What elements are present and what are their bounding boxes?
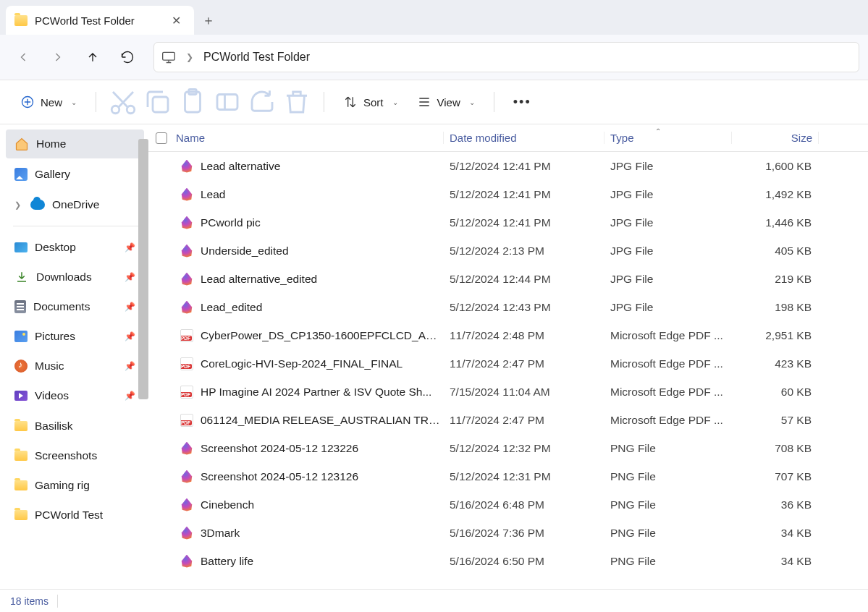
file-type: Microsoft Edge PDF ... (604, 357, 732, 370)
sidebar-item-onedrive[interactable]: ❯ OneDrive (6, 190, 144, 219)
up-button[interactable] (78, 43, 107, 72)
file-date: 5/12/2024 12:32 PM (444, 442, 604, 455)
sidebar-scrollbar[interactable] (138, 139, 148, 399)
pin-icon[interactable]: 📌 (125, 361, 135, 371)
file-size: 34 KB (732, 527, 814, 540)
pin-icon[interactable]: 📌 (125, 272, 135, 282)
paste-button[interactable] (177, 88, 208, 116)
pin-icon[interactable]: 📌 (125, 242, 135, 252)
pin-icon[interactable]: 📌 (125, 391, 135, 401)
sidebar-item-label: Basilisk (35, 420, 73, 433)
file-row[interactable]: Screenshot 2024-05-12 123226 5/12/2024 1… (148, 434, 868, 462)
file-row[interactable]: Screenshot 2024-05-12 123126 5/12/2024 1… (148, 462, 868, 490)
file-row[interactable]: 061124_MEDIA RELEASE_AUSTRALIAN TRAC... … (148, 406, 868, 434)
refresh-button[interactable] (113, 43, 142, 72)
chevron-down-icon: ⌄ (392, 98, 398, 106)
chevron-down-icon: ⌄ (71, 98, 77, 106)
sidebar-item-videos[interactable]: Videos 📌 (6, 381, 144, 410)
sidebar-item-downloads[interactable]: Downloads 📌 (6, 263, 144, 292)
cut-button[interactable] (108, 88, 138, 116)
svg-rect-4 (153, 97, 168, 112)
share-button[interactable] (247, 88, 277, 116)
separator (57, 595, 58, 608)
back-button[interactable] (9, 43, 38, 72)
breadcrumb-location[interactable]: PCWorld Test Folder (203, 51, 310, 64)
close-tab-button[interactable]: ✕ (167, 12, 185, 29)
forward-button[interactable] (43, 43, 72, 72)
view-button[interactable]: View ⌄ (410, 88, 482, 116)
rename-button[interactable] (212, 88, 243, 116)
file-row[interactable]: Lead 5/12/2024 12:41 PM JPG File 1,492 K… (148, 180, 868, 208)
sidebar-item-music[interactable]: Music 📌 (6, 352, 144, 381)
sidebar-item-documents[interactable]: Documents 📌 (6, 292, 144, 321)
file-row[interactable]: Lead alternative 5/12/2024 12:41 PM JPG … (148, 152, 868, 180)
status-item-count: 18 items (10, 595, 49, 607)
column-header-date[interactable]: Date modified (444, 132, 604, 144)
sidebar-item-label: Music (35, 360, 64, 373)
file-name: Underside_edited (201, 245, 289, 258)
svg-point-3 (127, 106, 135, 114)
sidebar-item-folder[interactable]: Screenshots (6, 441, 144, 470)
file-row[interactable]: Lead alternative_edited 5/12/2024 12:44 … (148, 265, 868, 293)
sidebar-item-desktop[interactable]: Desktop 📌 (6, 233, 144, 262)
sidebar-item-home[interactable]: Home (6, 129, 144, 158)
expand-chevron-icon[interactable]: ❯ (14, 200, 23, 210)
column-header-size[interactable]: Size (732, 132, 819, 144)
file-row[interactable]: 3Dmark 5/16/2024 7:36 PM PNG File 34 KB (148, 519, 868, 547)
file-row[interactable]: Underside_edited 5/12/2024 2:13 PM JPG F… (148, 237, 868, 265)
file-row[interactable]: CoreLogic-HVI-Sep-2024_FINAL_FINAL 11/7/… (148, 349, 868, 378)
status-bar: 18 items (0, 589, 868, 612)
delete-button[interactable] (282, 88, 312, 116)
sidebar-item-label: Screenshots (35, 449, 97, 462)
column-header-type[interactable]: ⌃ Type (604, 132, 732, 144)
file-type: JPG File (604, 301, 732, 314)
this-pc-icon (161, 50, 176, 64)
file-row[interactable]: PCworld pic 5/12/2024 12:41 PM JPG File … (148, 208, 868, 237)
active-tab[interactable]: PCWorld Test Folder ✕ (6, 6, 194, 35)
file-row[interactable]: HP Imagine AI 2024 Partner & ISV Quote S… (148, 378, 868, 406)
column-header-name[interactable]: Name (156, 132, 444, 144)
file-type: PNG File (604, 470, 732, 483)
file-row[interactable]: CyberPower_DS_CP1350-1600EPFCLCD_AU_... … (148, 321, 868, 349)
toolbar: New ⌄ Sort ⌄ View ⌄ ••• (0, 80, 868, 124)
file-date: 5/16/2024 6:50 PM (444, 555, 604, 568)
image-icon (180, 498, 193, 511)
desktop-icon (14, 242, 28, 252)
new-button[interactable]: New ⌄ (13, 88, 84, 116)
navigation-bar: ❯ PCWorld Test Folder (0, 35, 868, 80)
sidebar-item-folder[interactable]: PCWorld Test (6, 501, 144, 530)
select-all-checkbox[interactable] (156, 132, 167, 144)
sort-button[interactable]: Sort ⌄ (336, 88, 405, 116)
file-type: PNG File (604, 527, 732, 540)
address-bar[interactable]: ❯ PCWorld Test Folder (153, 42, 859, 72)
svg-point-2 (111, 106, 119, 114)
tab-bar: PCWorld Test Folder ✕ ＋ (0, 0, 868, 35)
file-date: 5/12/2024 12:31 PM (444, 470, 604, 483)
new-tab-button[interactable]: ＋ (194, 6, 223, 35)
file-name: HP Imagine AI 2024 Partner & ISV Quote S… (201, 386, 431, 399)
more-button[interactable]: ••• (506, 88, 539, 116)
pdf-icon (180, 329, 193, 342)
file-row[interactable]: Battery life 5/16/2024 6:50 PM PNG File … (148, 547, 868, 575)
file-date: 5/16/2024 7:36 PM (444, 527, 604, 540)
sidebar-item-folder[interactable]: Basilisk (6, 412, 144, 441)
file-size: 1,600 KB (732, 160, 814, 173)
file-row[interactable]: Cinebench 5/16/2024 6:48 PM PNG File 36 … (148, 490, 868, 519)
copy-button[interactable] (143, 88, 173, 116)
pin-icon[interactable]: 📌 (125, 331, 135, 341)
sidebar-item-label: Videos (35, 389, 69, 402)
sidebar-item-label: Home (36, 137, 66, 150)
onedrive-icon (30, 200, 45, 210)
sidebar-item-pictures[interactable]: Pictures 📌 (6, 322, 144, 351)
file-row[interactable]: Lead_edited 5/12/2024 12:43 PM JPG File … (148, 293, 868, 321)
sidebar-item-label: OneDrive (52, 198, 99, 211)
svg-rect-7 (217, 95, 237, 110)
pin-icon[interactable]: 📌 (125, 302, 135, 312)
file-type: JPG File (604, 245, 732, 258)
file-type: JPG File (604, 160, 732, 173)
sidebar-item-gallery[interactable]: Gallery (6, 160, 144, 189)
file-name: CyberPower_DS_CP1350-1600EPFCLCD_AU_... (201, 329, 444, 342)
breadcrumb-separator[interactable]: ❯ (186, 52, 193, 62)
image-icon (180, 160, 193, 173)
sidebar-item-folder[interactable]: Gaming rig (6, 471, 144, 500)
